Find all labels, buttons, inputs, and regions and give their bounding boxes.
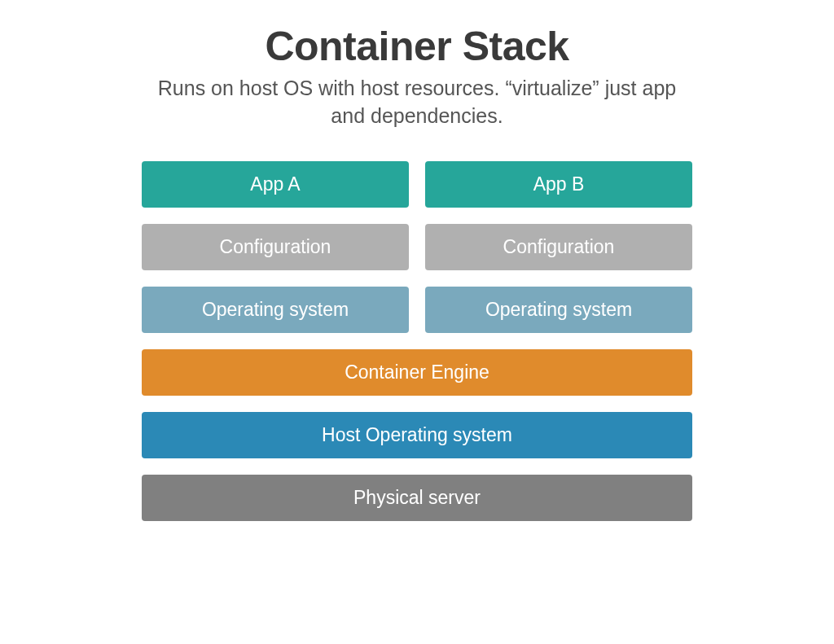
- physical-server-box: Physical server: [142, 475, 692, 521]
- container-engine-box: Container Engine: [142, 349, 692, 396]
- container-column-b: App B Configuration Operating system: [425, 161, 692, 333]
- app-a-box: App A: [142, 161, 409, 208]
- config-a-box: Configuration: [142, 224, 409, 270]
- os-a-box: Operating system: [142, 287, 409, 333]
- container-column-a: App A Configuration Operating system: [142, 161, 409, 333]
- diagram-title: Container Stack: [265, 23, 568, 70]
- os-b-box: Operating system: [425, 287, 692, 333]
- container-columns: App A Configuration Operating system App…: [142, 161, 692, 333]
- host-os-box: Host Operating system: [142, 412, 692, 458]
- config-b-box: Configuration: [425, 224, 692, 270]
- app-b-box: App B: [425, 161, 692, 208]
- container-stack-diagram: App A Configuration Operating system App…: [142, 161, 692, 521]
- diagram-subtitle: Runs on host OS with host resources. “vi…: [140, 75, 694, 130]
